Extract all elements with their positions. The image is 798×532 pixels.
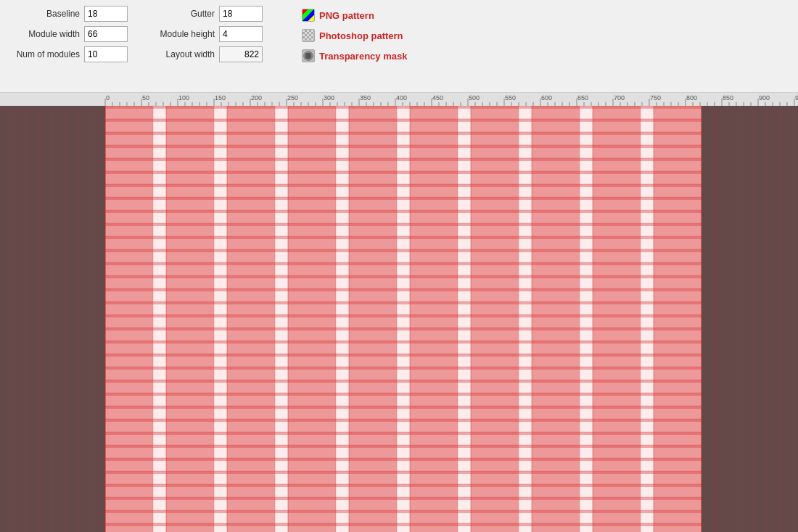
canvas-area (0, 93, 798, 532)
photoshop-pattern-button[interactable]: Photoshop pattern (299, 28, 410, 43)
num-modules-row: Num of modules (15, 46, 128, 62)
gutter-input[interactable] (219, 6, 263, 22)
baseline-input[interactable] (84, 6, 128, 22)
ruler (0, 93, 798, 106)
layout-width-row: Layout width (149, 46, 263, 62)
gutter-row: Gutter (149, 6, 263, 22)
layout-width-input[interactable] (219, 46, 263, 62)
module-width-input[interactable] (84, 26, 128, 42)
grid-canvas (0, 106, 798, 532)
gutter-label: Gutter (149, 9, 215, 19)
baseline-row: Baseline (15, 6, 128, 22)
baseline-label: Baseline (15, 9, 80, 19)
png-pattern-label: PNG pattern (319, 10, 374, 21)
png-pattern-button[interactable]: PNG pattern (299, 7, 410, 23)
middle-control-group: Gutter Module height Layout width (149, 6, 263, 62)
module-height-row: Module height (149, 26, 263, 42)
module-width-label: Module width (15, 29, 80, 39)
controls-bar: Baseline Module width Num of modules Gut… (0, 0, 798, 93)
transparency-mask-button[interactable]: Transparency mask (299, 48, 410, 64)
pattern-button-group: PNG pattern Photoshop pattern Transparen… (299, 6, 410, 64)
num-modules-input[interactable] (84, 46, 128, 62)
photoshop-icon (302, 29, 315, 42)
transparency-mask-label: Transparency mask (319, 51, 407, 62)
png-icon (302, 9, 315, 22)
module-width-row: Module width (15, 26, 128, 42)
transparency-icon (302, 49, 315, 62)
photoshop-pattern-label: Photoshop pattern (319, 30, 403, 41)
layout-width-label: Layout width (149, 49, 215, 59)
left-control-group: Baseline Module width Num of modules (15, 6, 128, 62)
module-height-input[interactable] (219, 26, 263, 42)
module-height-label: Module height (149, 29, 215, 39)
num-modules-label: Num of modules (15, 49, 80, 59)
